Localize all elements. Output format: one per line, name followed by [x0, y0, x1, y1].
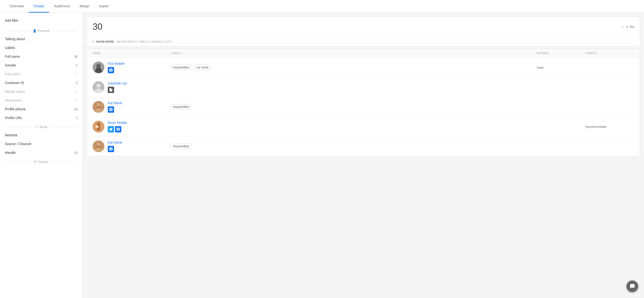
sidebar-item-customer-id[interactable]: Customer ID 2	[0, 78, 82, 87]
label-tag[interactable]: car rental	[194, 65, 211, 70]
col-header-gender: GENDER	[537, 52, 586, 55]
chat-button[interactable]	[626, 280, 638, 292]
svg-point-1	[96, 64, 101, 68]
section-personal: 👤 Personal	[0, 26, 82, 35]
stats-card: 30 ♂ 1 3% ▾ SHOW MORE TALKING ABOUT, LAB…	[86, 17, 640, 47]
sidebar-item-source-channel[interactable]: Source / Channel	[0, 140, 82, 148]
add-filter-button[interactable]: Add filter	[0, 17, 82, 26]
tab-overview[interactable]: Overview	[5, 0, 29, 13]
person-icon: 👤	[33, 29, 36, 33]
sidebar-item-description[interactable]: Description 0	[0, 96, 82, 105]
label-tag[interactable]: frequentflyer	[170, 104, 192, 110]
sidebar-item-network[interactable]: Network	[0, 131, 82, 140]
table-row: Kat Marie frequentflyer	[87, 137, 640, 156]
avatar	[93, 62, 104, 73]
person-name-fox-mulder[interactable]: Fox Mulder	[108, 62, 125, 66]
sidebar: Add filter 👤 Personal Talking about Labe…	[0, 13, 83, 298]
male-icon: ♂	[622, 24, 625, 30]
file-icon[interactable]	[108, 87, 114, 93]
sidebar-item-talking-about[interactable]: Talking about	[0, 35, 82, 43]
tab-audiences[interactable]: Audiences	[49, 0, 75, 13]
gender-percent: 3%	[630, 25, 634, 29]
handle-count: 12	[74, 151, 78, 155]
talking-about-label: Talking about	[5, 37, 25, 41]
full-name-label: Full name	[5, 55, 20, 59]
section-contact-label: Contact	[38, 160, 48, 164]
person-cell-fox-mulder: Fox Mulder	[93, 62, 170, 73]
show-more-bar[interactable]: ▾ SHOW MORE TALKING ABOUT, LABELS, CHANN…	[87, 37, 640, 46]
description-label: Description	[5, 98, 22, 102]
labels-cell: frequentflyer	[170, 104, 537, 110]
person-name-kat-marie-1[interactable]: Kat Marie	[108, 101, 122, 105]
person-info: Kat Marie	[108, 140, 122, 152]
sidebar-item-profile-picture[interactable]: Profile picture 13	[0, 105, 82, 113]
table-row: Retro Mobile heyretromobile	[87, 117, 640, 137]
sidebar-item-gender[interactable]: Gender 1	[0, 61, 82, 70]
tab-people[interactable]: People	[29, 0, 49, 13]
section-social: ⇗ Social	[0, 122, 82, 131]
col-header-handle: HANDLE	[586, 52, 634, 55]
marital-status-count: 0	[76, 90, 78, 94]
marital-status-label: Marital status	[5, 90, 25, 94]
sidebar-item-labels[interactable]: Labels	[0, 43, 82, 52]
education-label: Education	[5, 72, 20, 76]
gender-label: Gender	[5, 63, 16, 67]
source-icons	[108, 126, 127, 132]
source-icons	[108, 87, 127, 93]
customer-id-label: Customer ID	[5, 81, 24, 85]
mail-icon: ✉	[34, 160, 37, 164]
show-more-description: TALKING ABOUT, LABELS, CHANNELS, ETC...	[116, 40, 174, 43]
sidebar-item-full-name[interactable]: Full name 26	[0, 52, 82, 61]
source-icons	[108, 67, 125, 73]
avatar	[93, 101, 104, 113]
person-info: Kat Marie	[108, 101, 122, 113]
show-more-label: SHOW MORE	[96, 40, 114, 43]
gender-count: 1	[626, 25, 628, 29]
gender-cell: male	[537, 66, 586, 69]
labels-cell: frequentflyer	[170, 144, 537, 149]
table-row: Kat Marie frequentflyer	[87, 97, 640, 117]
main-layout: Add filter 👤 Personal Talking about Labe…	[0, 13, 644, 298]
label-tag[interactable]: frequentflyer	[170, 144, 192, 149]
svg-point-15	[96, 142, 100, 146]
col-header-name: NAME	[93, 52, 170, 55]
twitter-icon[interactable]	[108, 126, 114, 132]
gender-count: 1	[76, 64, 78, 67]
labels-cell: frequentflyer car rental	[170, 65, 537, 70]
svg-rect-4	[98, 68, 99, 72]
top-navigation: Overview People Audiences Merge Import	[0, 0, 644, 13]
svg-point-6	[96, 84, 101, 88]
sidebar-item-profile-url[interactable]: Profile URL 7	[0, 113, 82, 122]
section-personal-label: Personal	[38, 29, 49, 33]
tab-merge[interactable]: Merge	[75, 0, 94, 13]
svg-point-9	[96, 103, 100, 107]
gender-stats: ♂ 1 3%	[622, 24, 634, 30]
handle-cell-retro-mobile: heyretromobile	[586, 125, 634, 129]
description-count: 0	[76, 99, 78, 102]
facebook-icon[interactable]	[108, 67, 114, 73]
sidebar-item-handle[interactable]: Handle 12	[0, 148, 82, 157]
person-name-marshall-ruiz[interactable]: marshall ruiz	[108, 81, 127, 85]
facebook-icon[interactable]	[108, 106, 114, 113]
network-label: Network	[5, 133, 17, 137]
section-contact: ✉ Contact	[0, 157, 82, 166]
source-icons	[108, 146, 122, 152]
facebook-icon[interactable]	[115, 126, 121, 132]
chevron-down-icon: ▾	[93, 40, 94, 43]
facebook-icon[interactable]	[108, 146, 114, 152]
stats-row: 30 ♂ 1 3%	[87, 17, 640, 37]
tab-import[interactable]: Import	[94, 0, 114, 13]
table-row: marshall ruiz	[87, 77, 640, 97]
people-count: 30	[93, 22, 102, 32]
education-count: 0	[76, 72, 78, 76]
avatar	[93, 140, 104, 152]
person-name-kat-marie-2[interactable]: Kat Marie	[108, 140, 122, 144]
sidebar-item-marital-status[interactable]: Marital status 0	[0, 87, 82, 96]
section-social-label: Social	[40, 125, 48, 129]
sidebar-item-education[interactable]: Education 0	[0, 70, 82, 78]
label-tag[interactable]: frequentflyer	[170, 65, 192, 70]
table-header: NAME LABELS GENDER HANDLE	[87, 49, 640, 58]
col-header-labels: LABELS	[170, 52, 537, 55]
person-name-retro-mobile[interactable]: Retro Mobile	[108, 121, 127, 125]
full-name-count: 26	[74, 55, 78, 59]
